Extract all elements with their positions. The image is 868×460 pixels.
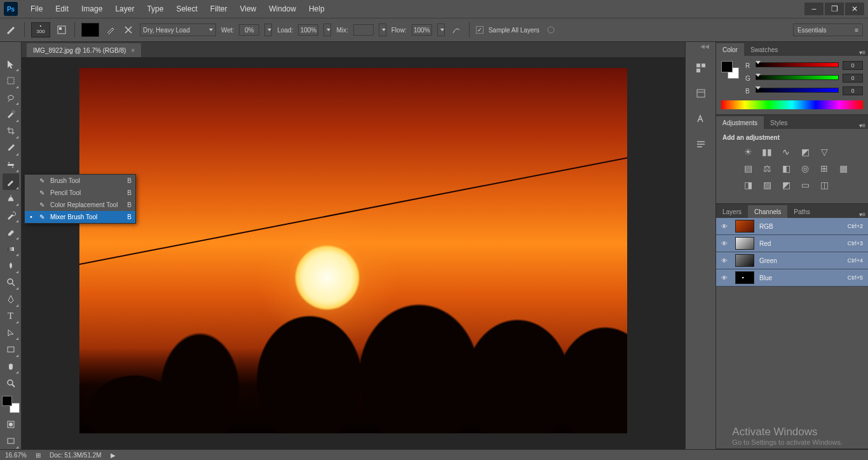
tab-styles[interactable]: Styles — [764, 116, 794, 129]
clean-brush-icon[interactable] — [122, 24, 135, 36]
tool-preset-icon[interactable] — [5, 24, 18, 36]
mix-input[interactable] — [353, 24, 374, 36]
tab-swatches[interactable]: Swatches — [744, 43, 784, 56]
menu-help[interactable]: Help — [302, 2, 331, 16]
path-select-tool[interactable] — [3, 325, 19, 341]
flow-stepper[interactable] — [437, 24, 445, 36]
history-brush-tool[interactable] — [3, 207, 19, 223]
posterize-icon[interactable]: ▨ — [761, 179, 773, 191]
maximize-button[interactable]: ❐ — [825, 3, 844, 15]
vibrance-icon[interactable]: ▽ — [818, 146, 831, 158]
b-value[interactable]: 0 — [843, 86, 863, 95]
load-stepper[interactable] — [323, 24, 331, 36]
threshold-icon[interactable]: ◩ — [780, 179, 792, 191]
menu-view[interactable]: View — [233, 2, 262, 16]
spectrum-ramp[interactable] — [721, 100, 863, 109]
tab-color[interactable]: Color — [716, 43, 744, 56]
zoom-level[interactable]: 16.67% — [5, 452, 27, 459]
quick-select-tool[interactable] — [3, 106, 19, 122]
channel-mixer-icon[interactable]: ⊞ — [818, 163, 831, 174]
menu-layer[interactable]: Layer — [109, 2, 140, 16]
hue-sat-icon[interactable]: ▤ — [742, 163, 754, 174]
curves-icon[interactable]: ∿ — [780, 146, 792, 158]
selective-color-icon[interactable]: ◫ — [818, 179, 831, 191]
flyout-item[interactable]: ✎Pencil ToolB — [25, 187, 135, 199]
panel-menu-icon[interactable]: ▾≡ — [857, 49, 868, 56]
menu-edit[interactable]: Edit — [49, 2, 75, 16]
close-button[interactable]: ✕ — [845, 3, 864, 15]
lut-icon[interactable]: ▦ — [837, 163, 850, 174]
load-brush-icon[interactable] — [104, 24, 117, 36]
status-arrow-icon[interactable]: ▶ — [111, 452, 116, 459]
crop-tool[interactable] — [3, 123, 19, 139]
gradient-map-icon[interactable]: ▭ — [799, 179, 811, 191]
photo-filter-icon[interactable]: ◎ — [799, 163, 811, 174]
tablet-pressure-icon[interactable] — [545, 24, 557, 36]
flyout-item[interactable]: ✎Brush ToolB — [25, 175, 135, 187]
gradient-tool[interactable] — [3, 241, 19, 257]
eraser-tool[interactable] — [3, 224, 19, 240]
wet-mode-dropdown[interactable]: Dry, Heavy Load — [140, 24, 216, 36]
wet-input[interactable]: 0% — [239, 24, 259, 36]
document-tab[interactable]: IMG_8922.jpg @ 16.7% (RGB/8) × — [27, 43, 141, 57]
canvas-viewport[interactable] — [22, 57, 685, 449]
brush-panel-toggle-icon[interactable] — [55, 24, 68, 36]
brush-tool[interactable] — [3, 173, 19, 189]
hand-tool[interactable] — [3, 358, 19, 374]
r-slider[interactable] — [756, 62, 839, 69]
exposure-icon[interactable]: ◩ — [799, 146, 811, 158]
color-swatch[interactable] — [721, 61, 739, 79]
flow-input[interactable]: 100% — [412, 24, 432, 36]
shape-tool[interactable] — [3, 341, 19, 357]
load-input[interactable]: 100% — [298, 24, 318, 36]
healing-brush-tool[interactable] — [3, 157, 19, 173]
airbrush-icon[interactable] — [450, 24, 463, 36]
quick-mask-toggle[interactable] — [3, 416, 19, 432]
workspace-switcher[interactable]: Essentials≡ — [793, 24, 863, 36]
move-tool[interactable] — [3, 56, 19, 72]
close-tab-icon[interactable]: × — [131, 47, 135, 54]
pen-tool[interactable] — [3, 291, 19, 307]
visibility-icon[interactable]: 👁 — [721, 240, 730, 247]
blur-tool[interactable] — [3, 257, 19, 273]
canvas[interactable] — [79, 68, 627, 433]
b-slider[interactable] — [756, 88, 839, 94]
visibility-icon[interactable]: 👁 — [721, 274, 730, 281]
menu-image[interactable]: Image — [75, 2, 109, 16]
channel-row[interactable]: 👁RedCtrl+3 — [716, 235, 868, 252]
channel-row[interactable]: 👁BlueCtrl+5 — [716, 269, 868, 287]
flyout-item[interactable]: ✎Color Replacement ToolB — [25, 199, 135, 211]
g-value[interactable]: 0 — [843, 74, 863, 83]
bw-icon[interactable]: ◧ — [780, 163, 792, 174]
tab-paths[interactable]: Paths — [787, 205, 817, 218]
foreground-background-colors[interactable] — [2, 396, 20, 413]
clone-stamp-tool[interactable] — [3, 191, 19, 206]
r-value[interactable]: 0 — [843, 61, 863, 70]
visibility-icon[interactable]: 👁 — [721, 223, 730, 230]
g-slider[interactable] — [756, 75, 839, 81]
paragraph-panel-icon[interactable] — [694, 137, 708, 151]
channel-row[interactable]: 👁RGBCtrl+2 — [716, 218, 868, 235]
properties-panel-icon[interactable] — [694, 86, 708, 100]
sample-all-checkbox[interactable]: ✓ — [476, 26, 484, 34]
menu-file[interactable]: File — [24, 2, 49, 16]
marquee-tool[interactable] — [3, 72, 19, 88]
tab-layers[interactable]: Layers — [716, 205, 748, 218]
invert-icon[interactable]: ◨ — [742, 179, 754, 191]
menu-select[interactable]: Select — [170, 2, 203, 16]
mix-stepper[interactable] — [379, 24, 386, 36]
tab-adjustments[interactable]: Adjustments — [716, 116, 764, 129]
lasso-tool[interactable] — [3, 90, 19, 105]
menu-type[interactable]: Type — [140, 2, 170, 16]
wet-stepper[interactable] — [264, 24, 272, 36]
tab-channels[interactable]: Channels — [748, 205, 787, 218]
zoom-tool[interactable] — [3, 375, 19, 391]
brush-size-picker[interactable]: •300 — [31, 22, 50, 37]
color-balance-icon[interactable]: ⚖ — [761, 163, 773, 174]
character-panel-icon[interactable] — [694, 112, 708, 126]
screen-mode-toggle[interactable] — [3, 433, 19, 449]
dodge-tool[interactable] — [3, 274, 19, 290]
panel-menu-icon[interactable]: ▾≡ — [857, 122, 868, 129]
flyout-item[interactable]: •✎Mixer Brush ToolB — [25, 211, 135, 223]
panel-menu-icon[interactable]: ▾≡ — [857, 211, 868, 218]
